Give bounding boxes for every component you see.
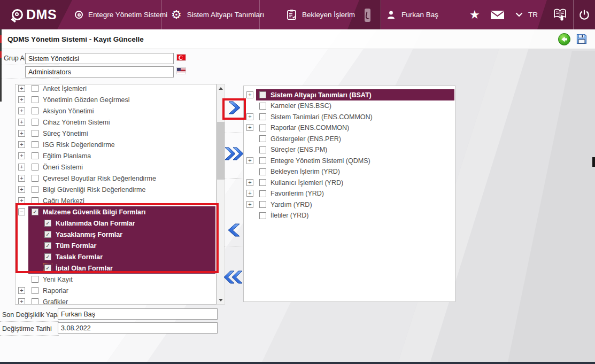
move-right-button[interactable] [227, 101, 242, 117]
favorites-star-icon[interactable]: ★ [469, 0, 480, 29]
checkbox-unchecked[interactable] [32, 186, 38, 193]
expand-icon[interactable]: + [18, 186, 25, 193]
tree-row[interactable]: +Çağrı Merkezi [16, 195, 216, 206]
tree-row-body[interactable]: Cihaz Yönetim Sistemi [28, 117, 215, 128]
tree-row-body[interactable]: Raporlar (ENS.COMMON) [256, 122, 454, 134]
tree-row[interactable]: +Raporlar [16, 285, 216, 296]
checkbox-unchecked[interactable] [259, 91, 266, 98]
back-button[interactable] [558, 33, 570, 48]
modified-date-input[interactable] [58, 322, 218, 334]
checkbox-unchecked[interactable] [32, 96, 38, 103]
expand-icon[interactable]: + [18, 175, 25, 182]
expand-icon[interactable]: + [246, 157, 253, 164]
checkbox-unchecked[interactable] [259, 157, 266, 164]
menu-item-bekleyen-islerim[interactable]: Bekleyen İşlerim [287, 0, 355, 29]
expand-icon[interactable]: + [246, 113, 253, 120]
tree-row[interactable]: −✓Malzeme Güvenlik Bilgi Formları [16, 206, 216, 218]
checkbox-unchecked[interactable] [259, 179, 266, 186]
tree-row-body[interactable]: ✓Malzeme Güvenlik Bilgi Formları [28, 206, 215, 218]
expand-icon[interactable]: + [246, 179, 253, 186]
menu-item-sistem-altyapi-tanimlari[interactable]: ⚙ Sistem Altyapı Tanımları [171, 0, 264, 29]
tree-row[interactable]: Karneler (ENS.BSC) [244, 100, 455, 112]
tree-row[interactable]: ✓Taslak Formlar [16, 251, 216, 262]
tree-row-body[interactable]: ISG Risk Değerlendirme [28, 139, 215, 150]
checkbox-unchecked[interactable] [32, 107, 38, 114]
tree-row[interactable]: +Cihaz Yönetim Sistemi [16, 117, 216, 128]
tree-row-body[interactable]: Bekleyen İşlerim (YRD) [256, 166, 454, 177]
checkbox-unchecked[interactable] [32, 141, 38, 148]
tree-row-body[interactable]: İletiler (YRD) [256, 210, 454, 221]
checkbox-unchecked[interactable] [259, 212, 266, 219]
tree-row-body[interactable]: ✓Yasaklanmış Formlar [28, 229, 215, 240]
tree-row[interactable]: +Bilgi Güvenliği Risk Değerlendirme [16, 184, 216, 195]
save-button[interactable] [576, 33, 588, 47]
tree-row-body[interactable]: ✓Taslak Formlar [28, 251, 215, 262]
tree-row-body[interactable]: Süreç Yönetimi [28, 128, 215, 139]
menu-item-entegre-yonetim-sistemi[interactable]: Entegre Yönetim Sistemi [75, 0, 167, 29]
modified-by-input[interactable] [58, 308, 218, 320]
tree-row-body[interactable]: ✓Tüm Formlar [28, 240, 215, 251]
checkbox-unchecked[interactable] [32, 119, 38, 126]
checkbox-unchecked[interactable] [32, 287, 38, 294]
collapse-icon[interactable]: − [18, 208, 25, 215]
expand-icon[interactable]: + [246, 201, 253, 208]
overflow-indicator-icon[interactable] [365, 9, 370, 22]
tree-row[interactable]: +Yönetimin Gözden Geçirmesi [16, 94, 216, 105]
tree-row-body[interactable]: Eğitim Planlama [28, 150, 215, 161]
tree-row[interactable]: +Grafikler [16, 296, 216, 305]
tree-row-body[interactable]: Grafikler [28, 296, 215, 305]
checkbox-unchecked[interactable] [32, 298, 38, 305]
tree-row-body[interactable]: Favorilerim (YRD) [256, 188, 454, 199]
tree-row[interactable]: +Sistem Altyapı Tanımları (BSAT) [244, 89, 455, 100]
tree-row-body[interactable]: Yeni Kayıt [28, 274, 215, 285]
checkbox-unchecked[interactable] [32, 130, 38, 137]
logout-power-icon[interactable] [578, 0, 590, 29]
tree-row-body[interactable]: Bilgi Güvenliği Risk Değerlendirme [28, 184, 215, 195]
tree-row[interactable]: +Öneri Sistemi [16, 161, 216, 173]
qdms-logo[interactable]: DMS [0, 0, 72, 29]
tree-row-body[interactable]: Öneri Sistemi [28, 161, 215, 173]
tree-row-body[interactable]: Yardım (YRD) [256, 199, 454, 210]
tree-row-body[interactable]: Sistem Altyapı Tanımları (BSAT) [256, 89, 454, 100]
checkbox-unchecked[interactable] [32, 152, 38, 159]
tree-row-body[interactable]: Karneler (ENS.BSC) [256, 100, 454, 112]
messages-mail-icon[interactable] [490, 0, 505, 29]
checkbox-checked[interactable]: ✓ [44, 242, 51, 249]
expand-icon[interactable]: + [18, 85, 25, 92]
tree-row[interactable]: +Sistem Tanimlari (ENS.COMMON) [244, 111, 455, 122]
tree-row-body[interactable]: Sistem Tanimlari (ENS.COMMON) [256, 111, 454, 122]
tree-row[interactable]: +ISG Risk Değerlendirme [16, 139, 216, 150]
tree-row[interactable]: +Favorilerim (YRD) [244, 188, 455, 199]
expand-icon[interactable]: + [246, 124, 253, 131]
expand-icon[interactable]: + [18, 164, 25, 171]
checkbox-unchecked[interactable] [259, 103, 266, 110]
tree-row-body[interactable]: Kullanıcı İşlemleri (YRD) [256, 177, 454, 188]
tree-row[interactable]: ✓Tüm Formlar [16, 240, 216, 251]
expand-icon[interactable]: + [18, 130, 25, 137]
expand-icon[interactable]: + [18, 287, 25, 294]
tree-row-body[interactable]: Çevresel Boyutlar Risk Değerlendirme [28, 173, 215, 184]
tree-row-body[interactable]: Entegre Yönetim Sistemi (QDMS) [256, 155, 454, 166]
tree-row-body[interactable]: Raporlar [28, 285, 215, 296]
tree-row-body[interactable]: ✓İptal Olan Formlar [28, 262, 215, 274]
expand-icon[interactable]: + [18, 197, 25, 204]
tree-row[interactable]: İletiler (YRD) [244, 210, 455, 221]
language-selector[interactable]: TR [528, 0, 538, 29]
group-name-input-en[interactable] [25, 66, 174, 78]
help-manual-book-icon[interactable] [553, 0, 568, 29]
user-menu[interactable]: Furkan Baş [386, 0, 438, 29]
expand-icon[interactable]: + [18, 298, 25, 305]
tree-row[interactable]: +Yardım (YRD) [244, 199, 455, 210]
checkbox-unchecked[interactable] [259, 135, 266, 142]
tree-row-body[interactable]: ✓Kullanımda Olan Formlar [28, 218, 215, 229]
tree-row[interactable]: Göstergeler (ENS.PER) [244, 133, 455, 144]
tree-row[interactable]: +Anket İşlemleri [16, 84, 216, 94]
checkbox-unchecked[interactable] [259, 113, 266, 120]
expand-icon[interactable]: + [18, 141, 25, 148]
checkbox-checked[interactable]: ✓ [44, 220, 51, 227]
checkbox-unchecked[interactable] [259, 125, 266, 131]
checkbox-unchecked[interactable] [32, 175, 38, 182]
tree-row-body[interactable]: Göstergeler (ENS.PER) [256, 133, 454, 144]
checkbox-unchecked[interactable] [259, 201, 266, 208]
checkbox-unchecked[interactable] [32, 85, 38, 92]
